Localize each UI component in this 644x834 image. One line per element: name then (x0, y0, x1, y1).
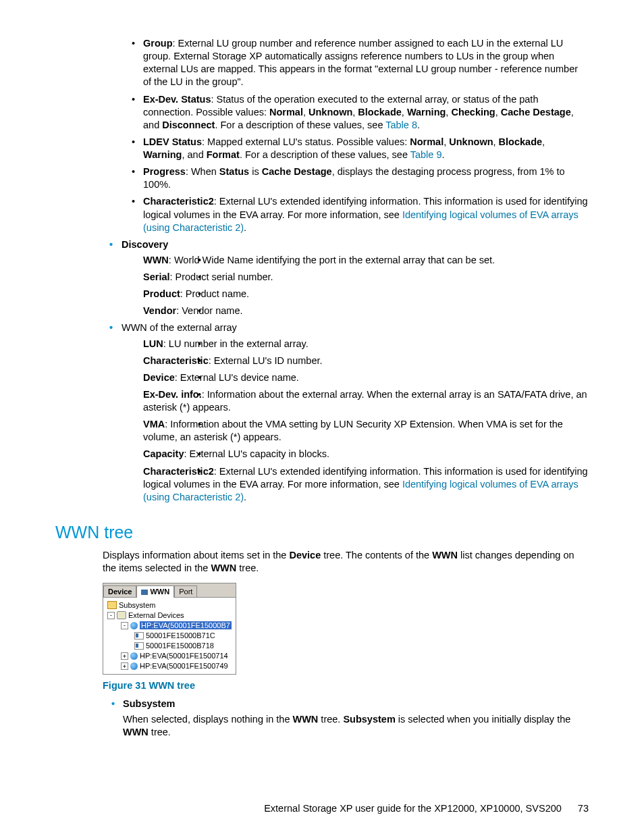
port-icon (134, 632, 144, 640)
figure-wwn-tree: Device WWN Port Subsystem -External Devi… (55, 583, 589, 739)
folder-icon (107, 601, 117, 609)
tab-wwn[interactable]: WWN (136, 585, 174, 598)
term: Ex-Dev. Status (143, 94, 211, 105)
page-footer: External Storage XP user guide for the X… (264, 803, 589, 814)
section-paragraph: Displays information about items set in … (55, 549, 589, 575)
tab-bar: Device WWN Port (103, 583, 236, 598)
list-item: Serial: Product serial number. (122, 271, 589, 284)
tree-leaf[interactable]: 50001FE15000B718 (105, 641, 234, 650)
list-item: Vendor: Vendor name. (122, 305, 589, 317)
term: Subsystem (123, 698, 175, 709)
term: Characteristic2 (143, 196, 214, 207)
tree-node[interactable]: +HP:EVA(50001FE1500749 (105, 661, 234, 671)
term: Progress (143, 166, 186, 177)
tree-body: Subsystem -External Devices -HP:EVA(5000… (103, 598, 236, 674)
heading: WWN of the external array (122, 322, 237, 333)
tree-panel: Device WWN Port Subsystem -External Devi… (103, 583, 236, 675)
list-item: Discovery WWN: World Wide Name identifyi… (55, 238, 589, 318)
tree-leaf[interactable]: 50001FE15000B71C (105, 631, 234, 640)
tree-node[interactable]: -HP:EVA(50001FE15000B7 (105, 621, 234, 630)
device-icon (117, 611, 126, 619)
figure-caption: Figure 31 WWN tree (103, 680, 589, 691)
list-item: Group: External LU group number and refe… (55, 37, 589, 89)
term: LDEV Status (143, 136, 202, 147)
field-list: Group: External LU group number and refe… (55, 37, 589, 234)
list-item: Subsystem (103, 698, 589, 710)
page-number: 73 (578, 803, 589, 814)
list-item: Product: Product name. (122, 288, 589, 301)
tab-device[interactable]: Device (103, 585, 136, 597)
table-link[interactable]: Table 9 (410, 149, 442, 160)
globe-icon (130, 652, 138, 660)
paragraph: When selected, displays nothing in the W… (103, 713, 589, 739)
footer-text: External Storage XP user guide for the X… (264, 803, 562, 814)
expand-icon[interactable]: + (121, 652, 128, 660)
collapse-icon[interactable]: - (107, 612, 115, 619)
section-heading: WWN tree (55, 523, 589, 542)
wwn-icon (141, 590, 148, 595)
discovery-group: Discovery WWN: World Wide Name identifyi… (55, 238, 589, 504)
list-item: WWN of the external array LUN: LU number… (55, 321, 589, 504)
tree-node[interactable]: +HP:EVA(50001FE1500714 (105, 651, 234, 660)
list-item: Device: External LU's device name. (122, 371, 589, 384)
tab-port[interactable]: Port (174, 585, 197, 597)
globe-icon (130, 662, 138, 670)
document-page: Group: External LU group number and refe… (0, 0, 644, 834)
expand-icon[interactable]: + (121, 662, 128, 670)
list-item: WWN: World Wide Name identifying the por… (122, 254, 589, 267)
text: : External LU group number and reference… (143, 38, 578, 87)
list-item: Capacity: External LU's capacity in bloc… (122, 448, 589, 461)
term: Discovery (122, 239, 168, 250)
list-item: Characteristic2: External LU's extended … (122, 465, 589, 504)
globe-icon (130, 622, 138, 629)
tree-node-external-devices[interactable]: -External Devices (105, 610, 234, 620)
list-item: VMA: Information about the VMA setting b… (122, 418, 589, 444)
list-item: Ex-Dev. Status: Status of the operation … (55, 93, 589, 132)
list-item: LUN: LU number in the external array. (122, 338, 589, 350)
list-item: Characteristic: External LU's ID number. (122, 355, 589, 367)
collapse-icon[interactable]: - (121, 622, 128, 629)
table-link[interactable]: Table 8 (385, 120, 417, 130)
list-item: LDEV Status: Mapped external LU's status… (55, 136, 589, 161)
term: Group (143, 38, 173, 49)
tree-node-subsystem[interactable]: Subsystem (105, 600, 234, 610)
list-item: Progress: When Status is Cache Destage, … (55, 165, 589, 191)
list-item: Characteristic2: External LU's extended … (55, 195, 589, 234)
list-item: Ex-Dev. info.: Information about the ext… (122, 388, 589, 414)
port-icon (134, 642, 144, 650)
